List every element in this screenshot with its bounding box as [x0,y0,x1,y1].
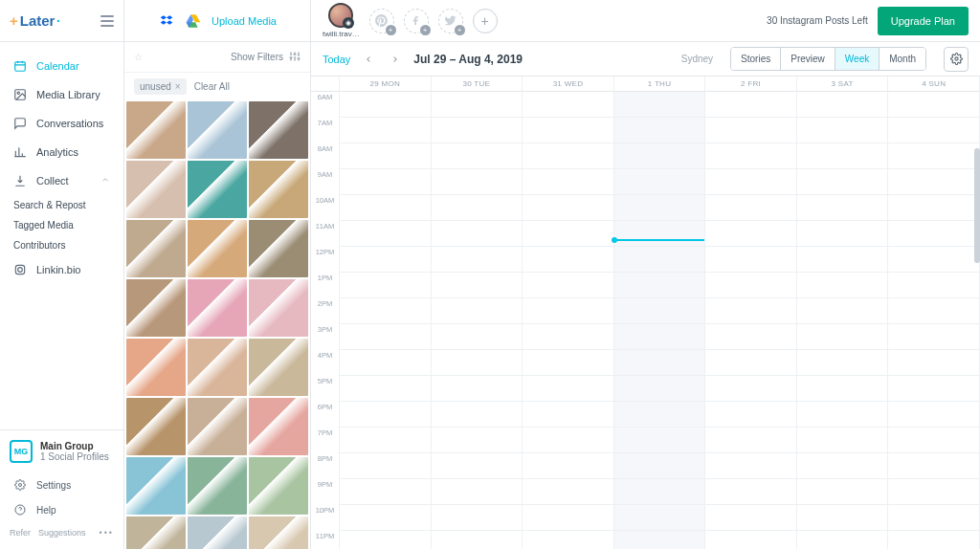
sub-contributors[interactable]: Contributors [0,235,123,255]
day-column[interactable] [523,92,614,549]
svg-point-4 [18,268,23,273]
time-label: 2PM [311,298,339,324]
time-label: 6PM [311,402,339,428]
refer-link[interactable]: Refer [10,528,31,538]
time-label: 7PM [311,428,339,453]
star-icon[interactable]: ☆ [134,52,143,62]
scrollbar[interactable] [974,148,980,263]
topbar: ◉ twilli.trav… + + + + 30 Instagram Post… [311,0,980,42]
upload-media-button[interactable]: Upload Media [212,15,277,27]
media-thumbnail[interactable] [126,457,186,515]
media-thumbnail[interactable] [126,161,186,218]
media-thumbnail[interactable] [188,516,247,549]
sub-tagged-media[interactable]: Tagged Media [0,215,123,235]
nav-label: Media Library [36,89,100,100]
calendar-settings-button[interactable] [944,47,969,72]
media-thumbnail[interactable] [188,398,247,455]
group-selector[interactable]: MG Main Group 1 Social Profiles [0,430,123,472]
nav-conversations[interactable]: Conversations [0,109,123,138]
group-name: Main Group [40,441,109,451]
day-column[interactable] [340,92,432,549]
link-icon [13,263,27,276]
media-thumbnail[interactable] [249,339,308,396]
time-label: 7AM [311,118,339,143]
media-thumbnail[interactable] [126,101,186,159]
today-button[interactable]: Today [323,54,350,65]
more-icon[interactable]: ••• [100,528,114,538]
svg-point-7 [954,57,957,60]
day-column[interactable] [888,92,980,549]
media-thumbnail[interactable] [188,457,247,515]
help-icon [13,503,27,516]
media-thumbnail[interactable] [249,398,308,455]
nav-calendar[interactable]: Calendar [0,52,123,80]
media-thumbnail[interactable] [188,279,247,337]
media-thumbnail[interactable] [249,161,308,218]
add-twitter-profile[interactable]: + [438,9,463,33]
refer-row: Refer Suggestions ••• [0,522,123,543]
prev-week-button[interactable] [360,51,377,68]
media-thumbnail[interactable] [188,339,247,396]
remove-tag-icon[interactable]: × [175,81,181,92]
media-thumbnail[interactable] [249,220,308,277]
sliders-icon[interactable] [289,51,301,64]
days-grid[interactable] [340,92,980,549]
upgrade-plan-button[interactable]: Upgrade Plan [878,7,969,35]
time-label: 12PM [311,247,339,273]
filter-row: ☆ Show Filters [124,42,310,73]
time-label: 8AM [311,143,339,169]
media-thumbnail[interactable] [126,339,186,396]
calendar-controls: Today Jul 29 – Aug 4, 2019 Sydney Storie… [311,42,980,77]
media-thumbnail[interactable] [188,220,247,277]
add-profile-button[interactable]: + [473,9,498,33]
media-thumbnail[interactable] [188,161,247,218]
time-label: 9AM [311,169,339,195]
show-filters-toggle[interactable]: Show Filters [231,52,283,62]
nav-media-library[interactable]: Media Library [0,80,123,109]
media-thumbnail[interactable] [126,220,186,277]
add-facebook-profile[interactable]: + [404,9,429,33]
help-label: Help [36,505,56,516]
view-month[interactable]: Month [880,48,925,70]
day-header: 29 MON [340,77,432,92]
settings-link[interactable]: Settings [0,472,123,497]
media-thumbnail[interactable] [126,398,186,455]
view-week[interactable]: Week [835,48,880,70]
nav-analytics[interactable]: Analytics [0,138,123,166]
help-link[interactable]: Help [0,497,123,522]
sub-search-repost[interactable]: Search & Repost [0,195,123,215]
menu-toggle-icon[interactable] [100,15,114,27]
media-thumbnail[interactable] [126,516,186,549]
media-thumbnail[interactable] [126,279,186,337]
google-drive-icon[interactable] [185,12,202,30]
timezone-label[interactable]: Sydney [681,54,713,64]
tag-row: unused × Clear All [124,73,310,99]
time-label: 9PM [311,479,339,505]
clear-all-button[interactable]: Clear All [194,81,230,92]
download-icon [13,174,27,187]
sidebar-footer: MG Main Group 1 Social Profiles Settings… [0,429,123,549]
time-label: 6AM [311,92,339,118]
suggestions-link[interactable]: Suggestions [38,528,86,538]
next-week-button[interactable] [387,51,404,68]
media-thumbnail[interactable] [249,279,308,337]
media-thumbnail[interactable] [249,101,308,159]
nav-collect[interactable]: Collect [0,166,123,195]
dropbox-icon[interactable] [158,12,175,30]
media-thumbnail[interactable] [249,516,308,549]
day-column[interactable] [705,92,797,549]
svg-rect-3 [15,265,24,274]
media-thumbnail[interactable] [188,101,247,159]
view-preview[interactable]: Preview [781,48,835,70]
day-header: 1 THU [614,77,706,92]
profile-chip[interactable]: ◉ twilli.trav… [323,3,360,38]
nav-linkinbio[interactable]: Linkin.bio [0,255,123,284]
media-thumbnail[interactable] [249,457,308,515]
day-column[interactable] [614,92,706,549]
day-column[interactable] [797,92,889,549]
view-stories[interactable]: Stories [731,48,781,70]
add-pinterest-profile[interactable]: + [369,9,394,33]
day-column[interactable] [432,92,523,549]
settings-label: Settings [36,480,71,491]
tag-label: unused [140,81,171,92]
